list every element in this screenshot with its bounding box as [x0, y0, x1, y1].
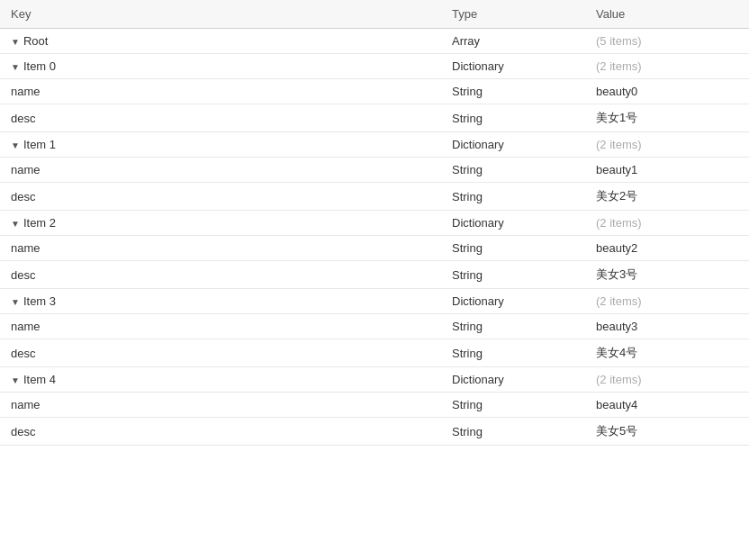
- value-cell: beauty0: [585, 79, 749, 104]
- value-cell: (2 items): [585, 54, 749, 79]
- table-row[interactable]: descString美女2号: [0, 183, 749, 211]
- table-row[interactable]: ▼Item 4Dictionary(2 items): [0, 367, 749, 393]
- key-label: desc: [11, 190, 35, 203]
- key-cell: name: [0, 314, 441, 339]
- table-row[interactable]: nameStringbeauty3: [0, 314, 749, 339]
- value-cell: 美女2号: [585, 183, 749, 211]
- type-cell: String: [441, 104, 585, 132]
- key-label: name: [11, 398, 41, 411]
- key-cell: name: [0, 393, 441, 418]
- type-cell: String: [441, 339, 585, 367]
- expand-triangle-icon[interactable]: ▼: [11, 37, 20, 47]
- type-cell: String: [441, 314, 585, 339]
- expand-triangle-icon[interactable]: ▼: [11, 297, 20, 307]
- key-label: Root: [23, 34, 48, 48]
- key-cell: ▼Item 2: [0, 211, 441, 236]
- table-row[interactable]: descString美女5号: [0, 418, 749, 446]
- key-cell: name: [0, 236, 441, 261]
- expand-triangle-icon[interactable]: ▼: [11, 375, 20, 385]
- column-header-key: Key: [0, 0, 441, 29]
- table-row[interactable]: ▼Item 1Dictionary(2 items): [0, 132, 749, 158]
- key-label: name: [11, 241, 41, 255]
- expand-triangle-icon[interactable]: ▼: [11, 219, 20, 229]
- key-label: Item 0: [23, 59, 56, 73]
- key-label: Item 1: [23, 138, 56, 151]
- key-label: name: [11, 320, 41, 333]
- type-cell: String: [441, 158, 585, 183]
- table-row[interactable]: nameStringbeauty2: [0, 236, 749, 261]
- key-label: desc: [11, 268, 35, 282]
- type-cell: Dictionary: [441, 289, 585, 314]
- key-cell: name: [0, 158, 441, 183]
- type-cell: String: [441, 261, 585, 289]
- value-cell: (2 items): [585, 289, 749, 314]
- key-cell: desc: [0, 261, 441, 289]
- table-row[interactable]: descString美女1号: [0, 104, 749, 132]
- table-row[interactable]: nameStringbeauty0: [0, 79, 749, 104]
- value-cell: 美女5号: [585, 418, 749, 446]
- property-list-table: Key Type Value ▼RootArray(5 items)▼Item …: [0, 0, 749, 446]
- type-cell: String: [441, 418, 585, 446]
- column-header-value: Value: [585, 0, 749, 29]
- type-cell: Dictionary: [441, 211, 585, 236]
- value-cell: beauty4: [585, 393, 749, 418]
- expand-triangle-icon[interactable]: ▼: [11, 140, 20, 150]
- key-label: desc: [11, 347, 35, 360]
- type-cell: Dictionary: [441, 367, 585, 393]
- key-cell: desc: [0, 339, 441, 367]
- value-cell: beauty2: [585, 236, 749, 261]
- table-row[interactable]: nameStringbeauty4: [0, 393, 749, 418]
- key-label: name: [11, 85, 41, 98]
- expand-triangle-icon[interactable]: ▼: [11, 62, 20, 72]
- value-cell: beauty3: [585, 314, 749, 339]
- key-label: desc: [11, 112, 35, 125]
- key-cell: name: [0, 79, 441, 104]
- table-row[interactable]: nameStringbeauty1: [0, 158, 749, 183]
- key-cell: desc: [0, 183, 441, 211]
- key-cell: ▼Item 0: [0, 54, 441, 79]
- key-cell: ▼Item 4: [0, 367, 441, 393]
- type-cell: Dictionary: [441, 132, 585, 158]
- table-row[interactable]: ▼Item 2Dictionary(2 items): [0, 211, 749, 236]
- key-cell: desc: [0, 104, 441, 132]
- type-cell: String: [441, 183, 585, 211]
- value-cell: 美女3号: [585, 261, 749, 289]
- type-cell: String: [441, 393, 585, 418]
- key-label: Item 2: [23, 216, 56, 230]
- value-cell: (2 items): [585, 132, 749, 158]
- key-cell: desc: [0, 418, 441, 446]
- type-cell: String: [441, 236, 585, 261]
- key-label: Item 4: [23, 373, 56, 386]
- value-cell: (2 items): [585, 211, 749, 236]
- key-cell: ▼Item 3: [0, 289, 441, 314]
- key-label: Item 3: [23, 294, 56, 308]
- table-row[interactable]: descString美女4号: [0, 339, 749, 367]
- table-row[interactable]: ▼Item 3Dictionary(2 items): [0, 289, 749, 314]
- key-label: desc: [11, 425, 35, 438]
- value-cell: 美女4号: [585, 339, 749, 367]
- type-cell: String: [441, 79, 585, 104]
- table-row[interactable]: ▼RootArray(5 items): [0, 29, 749, 54]
- key-cell: ▼Root: [0, 29, 441, 54]
- key-cell: ▼Item 1: [0, 132, 441, 158]
- value-cell: (2 items): [585, 367, 749, 393]
- key-label: name: [11, 163, 41, 176]
- value-cell: (5 items): [585, 29, 749, 54]
- type-cell: Array: [441, 29, 585, 54]
- table-row[interactable]: descString美女3号: [0, 261, 749, 289]
- table-row[interactable]: ▼Item 0Dictionary(2 items): [0, 54, 749, 79]
- type-cell: Dictionary: [441, 54, 585, 79]
- value-cell: 美女1号: [585, 104, 749, 132]
- column-header-type: Type: [441, 0, 585, 29]
- value-cell: beauty1: [585, 158, 749, 183]
